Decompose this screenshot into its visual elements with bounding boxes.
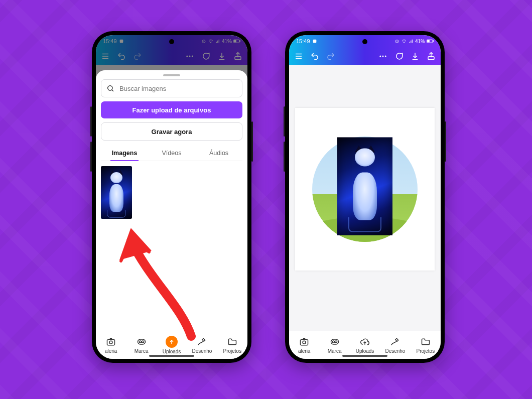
home-indicator[interactable] [342, 355, 387, 357]
redo-icon[interactable] [133, 52, 142, 61]
svg-point-30 [335, 341, 337, 343]
nav-projects[interactable]: Projetos [411, 331, 441, 359]
tab-label: Áudios [209, 150, 228, 157]
upload-files-button[interactable]: Fazer upload de arquivos [101, 101, 242, 118]
battery-percent: 41% [415, 39, 425, 44]
app-toolbar [96, 47, 247, 65]
canvas-area[interactable] [289, 65, 441, 331]
cloud-upload-icon [359, 336, 370, 347]
svg-rect-10 [107, 340, 115, 345]
svg-point-15 [108, 86, 112, 90]
alarm-icon [201, 39, 206, 44]
svg-point-13 [139, 341, 141, 343]
volume-down-button [284, 142, 285, 172]
tab-audios[interactable]: Áudios [195, 146, 242, 161]
svg-point-22 [379, 56, 381, 57]
uploads-grid [101, 161, 242, 331]
wifi-icon [401, 39, 407, 44]
menu-icon[interactable] [101, 52, 110, 61]
power-button [445, 121, 446, 162]
svg-rect-20 [433, 41, 434, 42]
svg-point-23 [382, 56, 384, 57]
nav-projects[interactable]: Projetos [217, 331, 247, 359]
download-icon[interactable] [217, 52, 226, 61]
cat-photo [101, 166, 132, 219]
svg-rect-26 [301, 340, 308, 345]
tab-label: Vídeos [162, 150, 182, 157]
nav-label: aleria [105, 348, 117, 354]
svg-point-14 [142, 341, 144, 343]
svg-rect-0 [119, 40, 123, 43]
search-field[interactable] [101, 79, 242, 97]
battery-percent: 41% [222, 39, 232, 44]
record-now-label: Gravar agora [152, 128, 192, 136]
share-icon[interactable] [427, 52, 436, 61]
volume-up-button [284, 106, 285, 137]
media-type-tabs: Imagens Vídeos Áudios [101, 146, 242, 161]
battery-icon [233, 39, 240, 43]
uploads-icon [166, 336, 178, 348]
signal-icon [215, 39, 220, 44]
home-indicator[interactable] [149, 355, 194, 357]
search-input[interactable] [118, 84, 237, 93]
notification-icon [312, 39, 317, 44]
phone-frame-left: 15:49 41% [92, 31, 251, 363]
upload-files-label: Fazer upload de arquivos [132, 106, 211, 114]
canvas-page[interactable] [295, 108, 435, 271]
folder-icon [227, 336, 238, 347]
phone-frame-right: 15:49 41% [285, 31, 445, 363]
svg-point-8 [192, 56, 193, 57]
svg-point-29 [332, 341, 334, 343]
draw-icon [389, 336, 401, 347]
nav-label: Uploads [356, 348, 374, 354]
svg-rect-5 [234, 40, 236, 42]
download-icon[interactable] [411, 52, 420, 61]
screen-left: 15:49 41% [96, 35, 247, 359]
tab-videos[interactable]: Vídeos [148, 146, 195, 161]
redo-icon[interactable] [326, 52, 335, 61]
share-icon[interactable] [233, 52, 242, 61]
front-camera [362, 39, 367, 44]
svg-point-11 [109, 341, 112, 344]
comment-icon[interactable] [201, 52, 210, 61]
nav-gallery[interactable]: aleria [96, 331, 126, 359]
nav-label: Desenho [385, 348, 405, 354]
tab-label: Imagens [112, 150, 138, 157]
nav-label: Uploads [163, 349, 181, 354]
brand-icon [329, 336, 340, 347]
upload-thumbnail[interactable] [101, 166, 132, 219]
record-now-button[interactable]: Gravar agora [101, 122, 242, 141]
alarm-icon [394, 39, 400, 44]
nav-gallery[interactable]: aleria [289, 331, 319, 359]
notification-icon [119, 39, 124, 44]
nav-label: Marca [328, 348, 342, 354]
comment-icon[interactable] [394, 52, 404, 61]
more-icon[interactable] [185, 52, 194, 61]
svg-rect-16 [313, 40, 316, 43]
draw-icon [196, 336, 207, 347]
clock: 15:49 [296, 38, 310, 44]
svg-rect-4 [240, 41, 240, 42]
undo-icon[interactable] [117, 52, 126, 61]
search-icon [106, 84, 114, 92]
svg-point-27 [303, 341, 306, 344]
background: 15:49 41% [0, 0, 532, 399]
signal-icon [409, 39, 414, 44]
wifi-icon [208, 39, 214, 44]
app-toolbar [289, 47, 441, 65]
more-icon[interactable] [378, 52, 387, 61]
nav-label: aleria [298, 348, 310, 354]
camera-icon [299, 336, 310, 347]
svg-point-18 [404, 42, 404, 43]
sheet-handle[interactable] [163, 74, 180, 76]
camera-icon [105, 336, 116, 347]
menu-icon[interactable] [294, 52, 303, 61]
clock: 15:49 [103, 38, 117, 44]
undo-icon[interactable] [310, 52, 319, 61]
nav-label: Desenho [192, 348, 212, 354]
tab-images[interactable]: Imagens [101, 146, 148, 161]
power-button [251, 121, 253, 162]
placed-image[interactable] [337, 138, 392, 235]
svg-point-2 [210, 42, 211, 43]
folder-icon [420, 336, 431, 347]
